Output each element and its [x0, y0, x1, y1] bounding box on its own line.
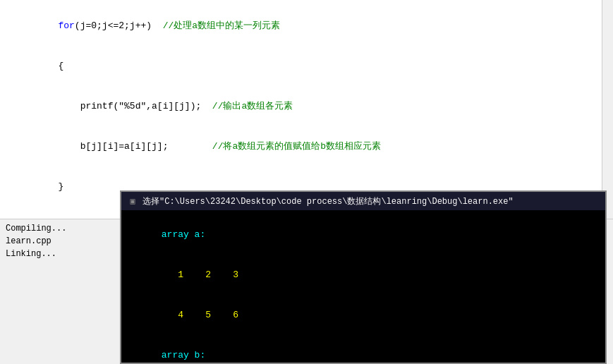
- code-editor: for(j=0;j<=2;j++) //处理a数组中的某一列元素 { print…: [0, 0, 613, 219]
- terminal-body: array a: 1 2 3 4 5 6 array b: 1 4 2 5 3: [121, 210, 605, 363]
- scrollbar[interactable]: [602, 0, 613, 219]
- code-line-1: for(j=0;j<=2;j++) //处理a数组中的某一列元素: [14, 6, 613, 46]
- terminal-window: ▣ 选择"C:\Users\23242\Desktop\code process…: [120, 190, 607, 364]
- code-line-2: {: [14, 46, 613, 86]
- terminal-titlebar[interactable]: ▣ 选择"C:\Users\23242\Desktop\code process…: [121, 192, 605, 210]
- keyword-for: for: [36, 20, 75, 31]
- term-row-1: 1 2 3: [128, 255, 598, 295]
- code-line-3: printf("%5d",a[i][j]); //输出a数组各元素: [14, 86, 613, 126]
- terminal-icon: ▣: [127, 195, 138, 207]
- terminal-title: 选择"C:\Users\23242\Desktop\code process\数…: [142, 195, 514, 207]
- code-line-4: b[j][i]=a[i][j]; //将a数组元素的值赋值给b数组相应元素: [14, 126, 613, 166]
- term-row-2: 4 5 6: [128, 295, 598, 335]
- term-array-b-label: array b:: [128, 335, 598, 363]
- term-array-a-label: array a:: [128, 214, 598, 255]
